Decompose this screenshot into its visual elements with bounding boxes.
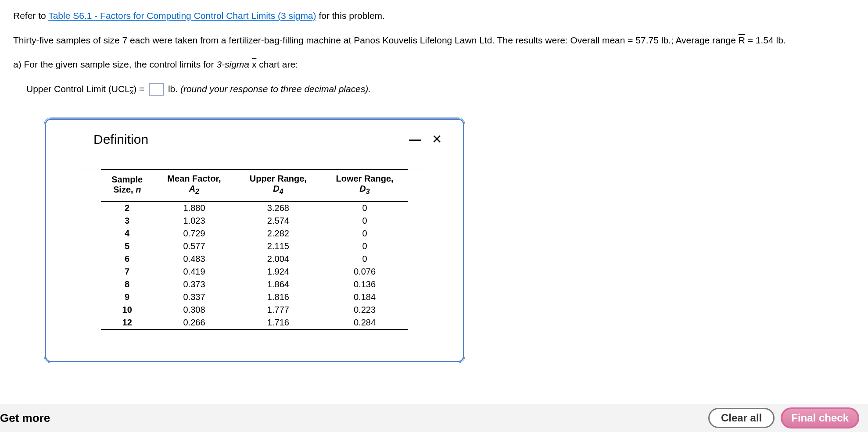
h1a: Sample (111, 175, 143, 184)
cell-a2: 0.577 (153, 240, 235, 253)
cell-a2: 0.419 (153, 265, 235, 278)
col-sample-size: Sample Size, n (101, 170, 153, 201)
h2sub: 2 (195, 188, 199, 195)
cell-n: 9 (101, 291, 153, 303)
cell-d3: 0.284 (321, 316, 408, 329)
table-row: 60.4832.0040 (101, 253, 408, 265)
cell-d3: 0 (321, 240, 408, 253)
col-mean-factor: Mean Factor, A2 (153, 170, 235, 201)
part-a-suffix: chart are: (256, 59, 298, 69)
cell-n: 6 (101, 253, 153, 265)
clear-all-button[interactable]: Clear all (708, 408, 775, 428)
cell-n: 4 (101, 227, 153, 240)
final-check-button[interactable]: Final check (781, 407, 859, 428)
modal-controls: — ✕ (409, 133, 442, 146)
ucl-eq: ) = (133, 84, 147, 94)
ucl-sub-xbar: x (130, 88, 133, 96)
cell-a2: 0.483 (153, 253, 235, 265)
cell-n: 7 (101, 265, 153, 278)
cell-d3: 0.136 (321, 278, 408, 291)
ucl-line: Upper Control Limit (UCLx) = lb. (round … (26, 82, 855, 97)
cell-n: 2 (101, 201, 153, 214)
cell-a2: 0.308 (153, 303, 235, 316)
problem-text-2: = 1.54 lb. (745, 35, 786, 45)
cell-d3: 0 (321, 253, 408, 265)
definition-table: Sample Size, n Mean Factor, A2 Upper Ran… (101, 169, 408, 330)
cell-d4: 1.716 (235, 316, 321, 329)
cell-d3: 0.184 (321, 291, 408, 303)
definition-header: Definition — ✕ (67, 132, 442, 147)
problem-content: Refer to Table S6.1 - Factors for Comput… (0, 0, 868, 106)
cell-a2: 0.729 (153, 227, 235, 240)
part-a-italic: 3-sigma (216, 59, 252, 69)
table-row: 80.3731.8640.136 (101, 278, 408, 291)
table-row: 21.8803.2680 (101, 201, 408, 214)
table-link[interactable]: Table S6.1 - Factors for Computing Contr… (48, 11, 316, 21)
close-icon[interactable]: ✕ (432, 133, 442, 146)
cell-n: 8 (101, 278, 153, 291)
cell-n: 3 (101, 214, 153, 227)
part-a-question: a) For the given sample size, the contro… (13, 57, 855, 71)
h2b: A (189, 184, 195, 193)
col-upper-range: Upper Range, D4 (235, 170, 321, 201)
minimize-icon[interactable]: — (409, 133, 421, 146)
h4b: D (359, 184, 366, 193)
cell-d3: 0 (321, 227, 408, 240)
bottom-bar: Get more Clear all Final check (0, 404, 868, 432)
table-header-row: Sample Size, n Mean Factor, A2 Upper Ran… (101, 170, 408, 201)
refer-prefix: Refer to (13, 11, 48, 21)
h2a: Mean Factor, (167, 174, 221, 183)
h4sub: 3 (366, 188, 370, 195)
col-lower-range: Lower Range, D3 (321, 170, 408, 201)
table-body: 21.8803.2680 31.0232.5740 40.7292.2820 5… (101, 201, 408, 329)
definition-table-wrap: Sample Size, n Mean Factor, A2 Upper Ran… (80, 169, 429, 330)
right-buttons: Clear all Final check (708, 407, 859, 428)
x-bar-symbol: x (252, 59, 257, 69)
part-a-prefix: a) For the given sample size, the contro… (13, 59, 216, 69)
cell-a2: 0.266 (153, 316, 235, 329)
cell-d4: 2.282 (235, 227, 321, 240)
ucl-subscript: x (130, 88, 133, 96)
h3b: D (273, 184, 279, 193)
definition-title: Definition (93, 132, 148, 147)
ucl-input[interactable] (149, 83, 164, 96)
h3a: Upper Range, (250, 174, 307, 183)
cell-d3: 0.223 (321, 303, 408, 316)
cell-d4: 2.004 (235, 253, 321, 265)
table-row: 100.3081.7770.223 (101, 303, 408, 316)
h4a: Lower Range, (336, 174, 393, 183)
table-row: 40.7292.2820 (101, 227, 408, 240)
get-more-label[interactable]: Get more (0, 411, 50, 425)
table-row: 50.5772.1150 (101, 240, 408, 253)
ucl-prefix: Upper Control Limit (UCL (26, 84, 130, 94)
h1b: Size, (113, 185, 136, 194)
table-row: 31.0232.5740 (101, 214, 408, 227)
intro-paragraph: Refer to Table S6.1 - Factors for Comput… (13, 9, 855, 23)
cell-d4: 2.115 (235, 240, 321, 253)
cell-d4: 2.574 (235, 214, 321, 227)
cell-n: 12 (101, 316, 153, 329)
cell-d4: 1.864 (235, 278, 321, 291)
cell-a2: 0.373 (153, 278, 235, 291)
cell-d3: 0.076 (321, 265, 408, 278)
cell-a2: 0.337 (153, 291, 235, 303)
table-row: 70.4191.9240.076 (101, 265, 408, 278)
h3sub: 4 (280, 188, 283, 195)
cell-d4: 1.777 (235, 303, 321, 316)
cell-n: 10 (101, 303, 153, 316)
cell-a2: 1.880 (153, 201, 235, 214)
cell-d4: 1.816 (235, 291, 321, 303)
problem-paragraph: Thirty-five samples of size 7 each were … (13, 33, 855, 47)
cell-d4: 3.268 (235, 201, 321, 214)
h1c: n (136, 185, 141, 194)
cell-d3: 0 (321, 201, 408, 214)
r-bar-symbol: R (739, 35, 745, 45)
problem-text-1: Thirty-five samples of size 7 each were … (13, 35, 739, 45)
refer-suffix: for this problem. (316, 11, 385, 21)
table-row: 120.2661.7160.284 (101, 316, 408, 329)
cell-a2: 1.023 (153, 214, 235, 227)
ucl-hint: (round your response to three decimal pl… (180, 84, 371, 94)
cell-n: 5 (101, 240, 153, 253)
ucl-unit: lb. (165, 84, 180, 94)
cell-d3: 0 (321, 214, 408, 227)
